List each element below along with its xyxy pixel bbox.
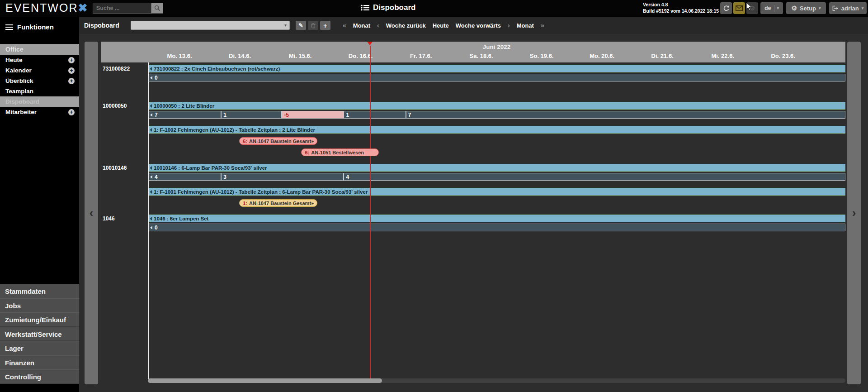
list-icon [361,5,369,11]
nav-chevron-icon[interactable]: » [541,22,544,29]
sidebar-bottom-item-lager[interactable]: Lager [0,341,79,355]
availability-value: 0 [154,75,158,81]
expand-plus-icon[interactable]: + [68,57,75,63]
user-dropdown[interactable]: adrian ▾ [829,2,867,14]
version-info: Version 4.8 Build #5192 vom 14.06.2022 1… [643,2,719,14]
scroll-right-strip[interactable]: › [847,42,861,384]
item-bar[interactable]: 1046 : 6er Lampen Set [149,215,845,222]
availability-value: 3 [222,174,226,180]
messages-button[interactable] [733,2,745,14]
nav-chevron-icon[interactable]: › [508,22,510,29]
chevron-right-icon: › [852,206,856,220]
day-header-label: Mo. 20.6. [590,53,614,59]
add-board-button[interactable]: + [320,21,330,30]
dispo-group-10010146: 1001014610010146 : 6-Lamp Bar PAR-30 Soc… [149,164,845,207]
expand-plus-icon[interactable]: + [68,78,75,84]
nav-link-woche-vorwärts[interactable]: Woche vorwärts [456,22,501,29]
chevron-down-icon: ▾ [777,6,779,10]
badge-label: AN-1047 Baustein Gesamt [249,139,311,144]
left-continue-icon [150,190,152,194]
delete-board-button[interactable] [308,21,318,30]
sidebar-bottom-item-zumietung-einkauf[interactable]: Zumietung/Einkauf [0,312,79,327]
availability-row: 0 [149,74,845,81]
day-header-label: Mi. 22.6. [711,53,734,59]
availability-value: 1 [222,112,226,118]
sidebar-office-items: Heute+Kalender+Überblick+TeamplanDispobo… [0,55,79,117]
chevron-down-icon: ▾ [284,23,287,28]
item-bar[interactable]: 731000822 : 2x Cinch Einbaubuchsen (rot/… [149,65,845,72]
scroll-left-strip[interactable]: ‹ [85,42,98,384]
hamburger-icon [5,24,13,30]
item-bar-label: 10000050 : 2 Lite Blinder [154,103,214,109]
language-dropdown[interactable]: de ▾ [760,2,783,14]
item-bar[interactable]: 10000050 : 2 Lite Blinder [149,102,845,110]
sidebar-section-office: Office [0,44,79,55]
badge-number: 6: [243,139,247,144]
sidebar-item-dispoboard[interactable]: Dispoboard [0,96,79,107]
sidebar-bottom-item-finanzen[interactable]: Finanzen [0,355,79,370]
order-badge[interactable]: 1:AN-1047 Baustein Gesamt▸ [239,199,317,207]
sidebar-item-überblick[interactable]: Überblick+ [0,76,79,86]
row-label: 10000050 [103,103,146,109]
search-button[interactable] [151,3,163,14]
sidebar-bottom-item-stammdaten[interactable]: Stammdaten [0,284,79,298]
nav-link-heute[interactable]: Heute [433,22,449,29]
left-continue-icon [150,226,152,229]
nav-chevron-icon[interactable]: « [343,22,346,29]
chevron-left-icon: ‹ [90,206,94,220]
sidebar-bottom-item-controlling[interactable]: Controlling [0,369,79,384]
sidebar-item-kalender[interactable]: Kalender+ [0,65,79,76]
expand-plus-icon[interactable]: + [68,67,75,74]
item-bar-label: 10010146 : 6-Lamp Bar PAR-30 Soca/93' si… [154,165,267,171]
refresh-button[interactable] [720,2,732,14]
day-header-label: Mo. 13.6. [167,53,192,59]
today-marker-icon [367,42,373,45]
availability-cell: 0 [149,224,845,231]
envelope-icon [736,5,743,11]
functions-menu-header[interactable]: Funktionen [0,17,79,37]
availability-cell: 0 [149,74,845,81]
availability-cell: -5 [282,111,344,119]
calendar-body: 731000822731000822 : 2x Cinch Einbaubuch… [101,62,845,384]
expand-plus-icon[interactable]: + [68,109,75,115]
setup-dropdown[interactable]: ⚙ Setup ▾ [786,2,826,14]
logo-text: EVENTWOR [5,1,78,14]
availability-value: 7 [406,112,411,118]
availability-row: 434 [149,173,845,181]
horizontal-scrollbar[interactable] [148,378,845,383]
refresh-icon [723,5,730,12]
calendar-navigation: «Monat‹Woche zurückHeuteWoche vorwärts›M… [343,22,544,29]
language-value: de [764,5,771,11]
sidebar-item-mitarbeiter[interactable]: Mitarbeiter+ [0,107,79,117]
global-search [93,3,163,14]
order-badge[interactable]: 6:AN-1051 Bestellwesen [301,148,378,156]
edit-board-button[interactable]: ✎ [296,21,306,30]
nav-chevron-icon[interactable]: ‹ [377,22,379,29]
dispo-group-731000822: 731000822731000822 : 2x Cinch Einbaubuch… [149,65,845,81]
shortage-bar[interactable]: 1: F-1001 Fehlmengen (AU-1012) - Tabelle… [149,188,845,196]
board-label: Dispoboard [84,22,119,29]
badge-label: AN-1051 Bestellwesen [311,150,364,155]
left-continue-icon [150,67,152,71]
functions-label: Funktionen [17,23,54,31]
dispo-groups: 731000822731000822 : 2x Cinch Einbaubuch… [149,65,845,252]
nav-link-monat[interactable]: Monat [517,22,534,29]
nav-link-monat[interactable]: Monat [353,22,370,29]
mouse-cursor [746,2,752,13]
search-input[interactable] [93,3,151,14]
order-badge[interactable]: 6:AN-1047 Baustein Gesamt▸ [239,137,317,145]
sidebar-bottom-item-werkstatt-service[interactable]: Werkstatt/Service [0,327,79,341]
sidebar-item-teamplan[interactable]: Teamplan [0,86,79,96]
item-bar[interactable]: 10010146 : 6-Lamp Bar PAR-30 Soca/93' si… [149,164,845,172]
sidebar-item-heute[interactable]: Heute+ [0,55,79,65]
badge-row: 6:AN-1051 Bestellwesen [149,148,845,156]
day-header-label: Do. 16.6. [349,53,373,59]
username-label: adrian [841,5,859,12]
nav-link-woche-zurück[interactable]: Woche zurück [386,22,426,29]
sidebar-bottom-item-jobs[interactable]: Jobs [0,298,79,313]
board-select[interactable]: ▾ [131,21,290,30]
shortage-bar[interactable]: 1: F-1002 Fehlmengen (AU-1012) - Tabelle… [149,126,845,134]
sidebar-item-label: Dispoboard [5,98,39,105]
scrollbar-thumb[interactable] [148,378,382,383]
divider [774,5,774,12]
